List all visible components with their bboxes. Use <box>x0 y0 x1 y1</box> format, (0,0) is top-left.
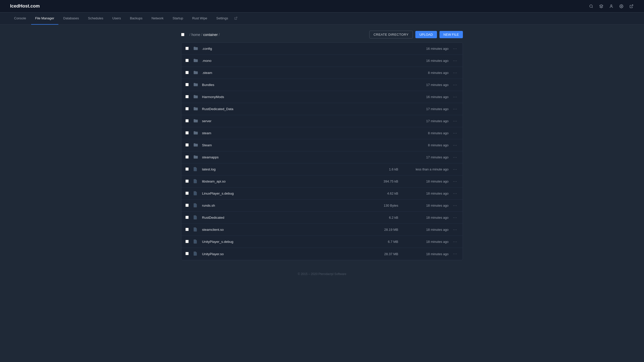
svg-point-4 <box>621 6 622 7</box>
file-menu-button[interactable]: ··· <box>452 95 459 99</box>
row-checkbox[interactable] <box>185 155 190 159</box>
file-menu-button[interactable]: ··· <box>452 71 459 75</box>
file-name[interactable]: latest.log <box>202 167 368 171</box>
nav-item-console[interactable]: Console <box>10 13 30 25</box>
row-checkbox[interactable] <box>185 143 190 147</box>
file-menu-button[interactable]: ··· <box>452 203 459 208</box>
file-menu-button[interactable]: ··· <box>452 228 459 232</box>
row-checkbox[interactable] <box>185 107 190 111</box>
table-row: server 17 minutes ago ··· <box>181 115 463 127</box>
file-name[interactable]: UnityPlayer_s.debug <box>202 240 368 244</box>
folder-icon <box>193 71 199 75</box>
file-menu-button[interactable]: ··· <box>452 167 459 172</box>
svg-point-3 <box>611 5 612 6</box>
nav-item-network[interactable]: Network <box>147 13 168 25</box>
file-name[interactable]: Steam <box>202 143 368 147</box>
top-bar: IcedHost.com <box>0 0 644 13</box>
nav-item-databases[interactable]: Databases <box>59 13 83 25</box>
svg-line-1 <box>592 7 593 8</box>
file-name[interactable]: runds.sh <box>202 204 368 207</box>
file-name[interactable]: steam <box>202 131 368 135</box>
file-size: 28.19 MB <box>368 228 398 232</box>
row-checkbox[interactable] <box>185 119 190 123</box>
select-all-checkbox[interactable] <box>181 33 184 36</box>
file-icon <box>193 227 199 232</box>
file-menu-button[interactable]: ··· <box>452 240 459 244</box>
row-checkbox[interactable] <box>185 83 190 87</box>
gear-icon[interactable] <box>619 4 624 9</box>
nav-item-backups[interactable]: Backups <box>126 13 146 25</box>
svg-line-6 <box>235 17 237 19</box>
table-row: UnityPlayer_s.debug 6.7 MB 18 minutes ag… <box>181 236 463 248</box>
file-icon <box>193 251 199 256</box>
file-name[interactable]: .mono <box>202 59 368 63</box>
file-icon <box>193 179 199 184</box>
row-checkbox[interactable] <box>185 71 190 75</box>
row-checkbox[interactable] <box>185 167 190 171</box>
table-row: RustDedicated_Data 17 minutes ago ··· <box>181 103 463 115</box>
row-checkbox[interactable] <box>185 47 190 51</box>
file-time: 18 minutes ago <box>398 192 449 195</box>
file-menu-button[interactable]: ··· <box>452 131 459 135</box>
table-row: runds.sh 130 Bytes 18 minutes ago ··· <box>181 200 463 212</box>
file-name[interactable]: libsteam_api.so <box>202 179 368 183</box>
file-menu-button[interactable]: ··· <box>452 119 459 123</box>
file-size: 4.62 kB <box>368 192 398 195</box>
file-menu-button[interactable]: ··· <box>452 179 459 184</box>
file-name[interactable]: RustDedicated <box>202 216 368 219</box>
create-directory-button[interactable]: CREATE DIRECTORY <box>369 31 413 38</box>
row-checkbox[interactable] <box>185 252 190 256</box>
file-menu-button[interactable]: ··· <box>452 107 459 111</box>
file-menu-button[interactable]: ··· <box>452 83 459 87</box>
file-name[interactable]: RustDedicated_Data <box>202 107 368 111</box>
new-file-button[interactable]: NEW FILE <box>439 31 463 38</box>
row-checkbox[interactable] <box>185 204 190 208</box>
table-row: latest.log 1.6 kB less than a minute ago… <box>181 163 463 175</box>
nav-item-rust-wipe[interactable]: Rust Wipe <box>188 13 211 25</box>
file-menu-button[interactable]: ··· <box>452 59 459 63</box>
file-menu-button[interactable]: ··· <box>452 191 459 196</box>
file-name[interactable]: UnityPlayer.so <box>202 252 368 256</box>
file-time: 18 minutes ago <box>398 216 449 219</box>
row-checkbox[interactable] <box>185 95 190 99</box>
row-checkbox[interactable] <box>185 179 190 184</box>
row-checkbox[interactable] <box>185 228 190 232</box>
row-checkbox[interactable] <box>185 192 190 196</box>
file-icon <box>193 203 199 208</box>
file-icon <box>193 215 199 220</box>
external-link-icon[interactable] <box>629 4 634 9</box>
row-checkbox[interactable] <box>185 216 190 220</box>
file-menu-button[interactable]: ··· <box>452 155 459 160</box>
file-name[interactable]: steamclient.so <box>202 228 368 232</box>
nav-item-startup[interactable]: Startup <box>169 13 187 25</box>
breadcrumb-home[interactable]: home <box>191 33 200 37</box>
file-name[interactable]: .steam <box>202 71 368 75</box>
table-row: steamapps 17 minutes ago ··· <box>181 151 463 163</box>
folder-icon <box>193 119 199 123</box>
file-menu-button[interactable]: ··· <box>452 143 459 148</box>
file-menu-button[interactable]: ··· <box>452 252 459 256</box>
row-checkbox[interactable] <box>185 240 190 244</box>
layers-icon[interactable] <box>599 4 604 9</box>
nav-item-schedules[interactable]: Schedules <box>84 13 107 25</box>
row-checkbox[interactable] <box>185 59 190 63</box>
upload-button[interactable]: UPLOAD <box>415 31 437 38</box>
file-menu-button[interactable]: ··· <box>452 215 459 220</box>
svg-point-0 <box>590 5 592 8</box>
nav-item-users[interactable]: Users <box>108 13 125 25</box>
file-name[interactable]: .config <box>202 47 368 51</box>
row-checkbox[interactable] <box>185 131 190 135</box>
file-name[interactable]: steamapps <box>202 155 368 159</box>
table-row: libsteam_api.so 394.75 kB 18 minutes ago… <box>181 175 463 188</box>
external-nav-icon[interactable] <box>234 17 237 20</box>
file-name[interactable]: Bundles <box>202 83 368 87</box>
file-name[interactable]: server <box>202 119 368 123</box>
file-icon <box>193 167 199 172</box>
user-icon[interactable] <box>609 4 614 9</box>
file-menu-button[interactable]: ··· <box>452 47 459 51</box>
nav-item-file-manager[interactable]: File Manager <box>31 13 58 25</box>
nav-item-settings[interactable]: Settings <box>212 13 232 25</box>
search-icon[interactable] <box>589 4 594 9</box>
file-name[interactable]: LinuxPlayer_s.debug <box>202 192 368 195</box>
file-name[interactable]: HarmonyMods <box>202 95 368 99</box>
